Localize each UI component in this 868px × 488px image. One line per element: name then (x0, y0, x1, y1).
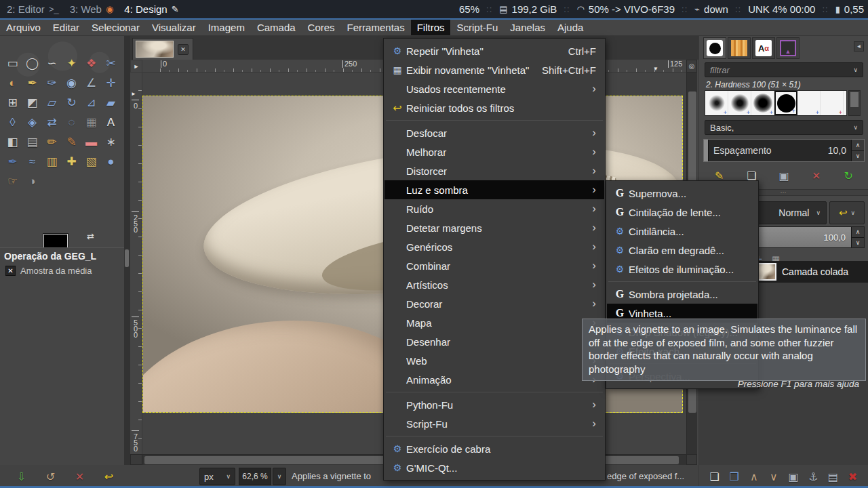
menubar-item-janelas[interactable]: Janelas (504, 20, 551, 35)
tab-patterns[interactable] (728, 37, 751, 59)
menu-desenhar[interactable]: Desenhar› (384, 332, 604, 351)
menubar-item-editar[interactable]: Editar (47, 20, 85, 35)
layer-mode-reset-button[interactable]: ↩ ∨ (829, 201, 865, 224)
raise-layer-icon[interactable]: ∧ (746, 468, 762, 485)
spin-down-icon[interactable]: ∨ (852, 238, 864, 248)
submenu-efeitos-de-iluminacao[interactable]: ⚙Efeitos de iluminação... (607, 260, 757, 279)
duplicate-brush-icon[interactable]: ▣ (776, 167, 792, 184)
foreground-color-swatch[interactable] (43, 234, 68, 247)
tool-paintbrush[interactable]: ✎ (62, 132, 81, 152)
image-tab[interactable]: ✕ (132, 38, 193, 60)
dock-scrollbar[interactable] (124, 36, 130, 465)
tool-mypaint-brush[interactable]: ≈ (22, 152, 42, 171)
menu-python-fu[interactable]: Python-Fu› (384, 395, 604, 414)
tool-fuzzy-select[interactable]: ✦ (62, 54, 81, 73)
menu-genericos[interactable]: Genéricos› (384, 237, 604, 256)
menu-web[interactable]: Web› (384, 351, 604, 370)
checkbox-checked-icon[interactable]: ✕ (5, 266, 16, 276)
tool-pencil[interactable]: ✏ (42, 132, 62, 152)
menu-repeat-vinheta[interactable]: ⚙Repetir "Vinheta"Ctrl+F (384, 41, 604, 60)
swap-colors-icon[interactable]: ⇄ (87, 231, 94, 241)
spacing-spinner[interactable]: Espaçamento 10,0 ∧ ∨ (703, 139, 865, 162)
brush-hardness-100-selected[interactable] (774, 91, 797, 115)
clear-icon[interactable]: ✕ (72, 468, 88, 485)
submenu-cintilancia[interactable]: ⚙Cintilância... (607, 222, 757, 241)
tool-rect-select[interactable]: ▭ (3, 54, 22, 73)
brush-star[interactable] (797, 91, 821, 115)
dock-scrollbar-thumb[interactable] (125, 249, 129, 267)
tool-transform[interactable]: ▱ (42, 93, 62, 113)
tool-crop[interactable]: ◩ (22, 93, 42, 113)
new-layer-icon[interactable]: ❏ (707, 468, 723, 485)
tool-blur[interactable]: ● (101, 152, 121, 171)
ruler-origin-icon[interactable]: ► (130, 60, 142, 73)
menubar-item-visualizar[interactable]: Visualizar (146, 20, 202, 35)
brush-list-scrollbar[interactable] (848, 90, 861, 116)
menubar-item-selecionar[interactable]: Selecionar (85, 20, 146, 35)
menu-script-fu[interactable]: Script-Fu› (384, 414, 604, 433)
tab-images[interactable]: ▲ (776, 37, 800, 59)
tool-heal[interactable]: ✚ (62, 152, 81, 171)
tool-free-select[interactable]: ∽ (42, 54, 62, 73)
undo-icon[interactable]: ↺ (43, 468, 59, 485)
tool-foreground-select[interactable]: ◐ (3, 73, 22, 93)
submenu-clarao-em-degrade[interactable]: ⚙Clarão em degradê... (607, 241, 757, 260)
menubar-item-ferramentas[interactable]: Ferramentas (341, 20, 411, 35)
brush-hardness-050[interactable] (728, 91, 751, 115)
workspace-3-web[interactable]: 3: Web◉ (70, 3, 114, 15)
brush-hardness-075[interactable] (751, 91, 774, 115)
tool-measure[interactable]: ∠ (81, 73, 101, 93)
brush-filter-input[interactable]: filtrar ∨ (705, 62, 863, 77)
menu-exercicio-de-cabra[interactable]: ⚙Exercício de cabra (384, 439, 604, 458)
tool-smudge[interactable]: ☞ (3, 171, 22, 191)
tool-eraser[interactable]: ▬ (81, 132, 101, 152)
collapse-left-icon[interactable]: ◄ (854, 41, 864, 52)
refresh-brushes-icon[interactable]: ↻ (840, 167, 856, 184)
quick-mask-toggle[interactable] (130, 454, 142, 465)
menu-artisticos[interactable]: Artísticos› (384, 275, 604, 294)
submenu-sombra-projetada[interactable]: GSombra projetada... (607, 285, 757, 304)
menubar-item-cores[interactable]: Cores (302, 20, 341, 35)
menu-melhorar[interactable]: Melhorar› (384, 142, 604, 161)
tool-handle-transform[interactable]: ◌ (62, 113, 81, 132)
tool-ink-pen[interactable]: ✑ (42, 73, 62, 93)
menu-detetar-margens[interactable]: Detetar margens› (384, 218, 604, 237)
tool-shear[interactable]: ▰ (101, 93, 121, 113)
merge-layer-icon[interactable]: ▤ (825, 468, 841, 485)
tool-gradient[interactable]: ▤ (22, 132, 42, 152)
menu-mapa[interactable]: Mapa› (384, 313, 604, 332)
menu-combinar[interactable]: Combinar› (384, 256, 604, 275)
tab-fonts[interactable]: Aα (752, 37, 775, 59)
menu-gmic-qt[interactable]: ⚙G'MIC-Qt... (384, 458, 604, 477)
tool-select-by-color[interactable]: ❖ (81, 54, 101, 73)
zoom-value[interactable]: 62,6 % (239, 468, 271, 485)
tool-ink[interactable]: ✒ (3, 152, 22, 171)
tool-dodge-burn[interactable]: ◑ (22, 171, 42, 191)
tool-bucket-fill[interactable]: ◧ (3, 132, 22, 152)
tool-perspective-clone[interactable]: ▧ (81, 152, 101, 171)
zoom-dropdown[interactable]: ∨ (273, 468, 286, 485)
workspace-4-design[interactable]: 4: Design✎ (124, 3, 178, 15)
menu-desfocar[interactable]: Desfocar› (384, 123, 604, 142)
tool-flip[interactable]: ⇄ (42, 113, 62, 132)
menu-animacao[interactable]: Animação› (384, 370, 604, 389)
unit-select[interactable]: px ∨ (199, 468, 235, 485)
save-icon[interactable]: ⇩ (14, 468, 30, 485)
menu-reshow-vinheta[interactable]: ▦Exibir novamente "Vinheta"Shift+Ctrl+F (384, 60, 604, 79)
tool-scale[interactable]: ⊿ (81, 93, 101, 113)
delete-brush-icon[interactable]: ✕ (808, 167, 825, 184)
menubar-item-ajuda[interactable]: Ajuda (551, 20, 589, 35)
menubar-item-imagem[interactable]: Imagem (202, 20, 251, 35)
submenu-supernova[interactable]: GSupernova... (607, 184, 757, 203)
tool-clone[interactable]: ▥ (42, 152, 62, 171)
menubar-item-camada[interactable]: Camada (251, 20, 302, 35)
menu-reset-all-filters[interactable]: ↩Reiniciar todos os filtros (384, 98, 604, 117)
brush-hardness-025[interactable] (705, 91, 728, 115)
menu-ruido[interactable]: Ruído› (384, 199, 604, 218)
tool-airbrush[interactable]: ∗ (101, 132, 121, 152)
anchor-layer-icon[interactable]: ⚓ (805, 468, 821, 485)
reset-icon[interactable]: ↩ (101, 468, 117, 485)
close-icon[interactable]: ✕ (178, 44, 189, 55)
spin-up-icon[interactable]: ∧ (852, 140, 864, 151)
tool-text[interactable]: A (101, 113, 121, 132)
